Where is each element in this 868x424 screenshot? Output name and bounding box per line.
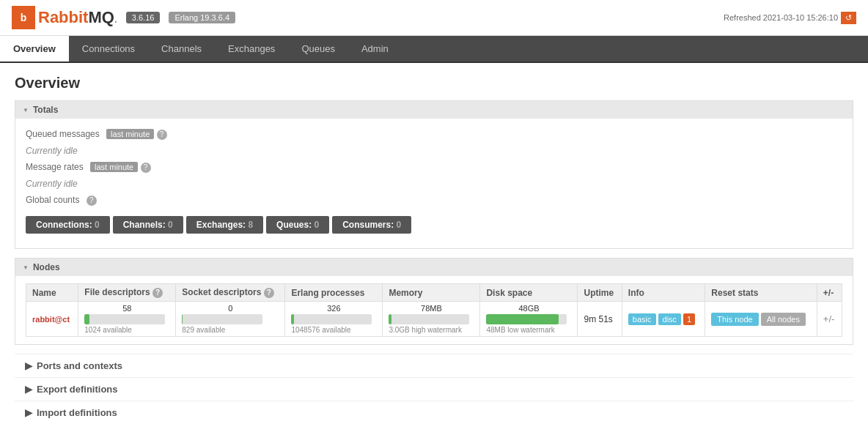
totals-label: Totals: [33, 105, 58, 115]
queued-help[interactable]: ?: [157, 130, 167, 140]
ports-section-header[interactable]: ▶ Ports and contexts: [15, 354, 853, 377]
disk-bar: [486, 314, 567, 324]
refresh-info: Refreshed 2021-03-10 15:26:10 ↺: [724, 12, 856, 24]
nodes-table-body: rabbit@ct 58 1024 available: [26, 302, 842, 337]
message-rates-row: Message rates last minute ?: [26, 159, 842, 176]
import-section-header[interactable]: ▶ Import definitions: [15, 401, 853, 424]
th-plusminus: +/-: [817, 284, 842, 302]
file-desc-container: 58 1024 available: [84, 304, 169, 334]
rates-help[interactable]: ?: [141, 163, 151, 173]
totals-content: Queued messages last minute ? Currently …: [15, 119, 853, 248]
top-bar: b RabbitMQ. 3.6.16 Erlang 19.3.6.4 Refre…: [0, 0, 868, 36]
th-uptime: Uptime: [578, 284, 622, 302]
file-desc-fill: [84, 314, 89, 324]
socket-desc-bar: [182, 314, 262, 324]
rates-tag[interactable]: last minute: [90, 162, 138, 172]
logo-icon: b: [12, 6, 35, 29]
all-nodes-button[interactable]: All nodes: [761, 313, 806, 326]
disk-container: 48GB 48MB low watermark: [486, 304, 571, 334]
nav-overview[interactable]: Overview: [0, 36, 69, 62]
main-nav: Overview Connections Channels Exchanges …: [0, 36, 868, 63]
nav-channels[interactable]: Channels: [148, 36, 215, 62]
memory-bar: [389, 314, 469, 324]
exchanges-count: Exchanges: 8: [186, 216, 263, 234]
erlang-proc-fill: [291, 314, 293, 324]
badge-basic: basic: [628, 313, 656, 325]
socket-desc-help[interactable]: ?: [264, 288, 274, 298]
this-node-button[interactable]: This node: [711, 313, 758, 326]
queued-label: Queued messages: [26, 129, 100, 139]
export-section-header[interactable]: ▶ Export definitions: [15, 377, 853, 401]
th-file-desc: File descriptors ?: [78, 284, 176, 302]
refresh-button[interactable]: ↺: [841, 12, 856, 24]
main-content: Overview ▼ Totals Queued messages last m…: [0, 63, 868, 424]
version-badge: 3.6.16: [126, 12, 161, 23]
node-name: rabbit@ct: [26, 302, 78, 337]
socket-desc-fill: [182, 314, 183, 324]
global-counts-row: Global counts ?: [26, 192, 842, 209]
th-memory: Memory: [383, 284, 480, 302]
page-title: Overview: [15, 75, 853, 92]
node-info: basic disc 1: [622, 302, 705, 337]
nav-connections[interactable]: Connections: [69, 36, 148, 62]
refresh-text: Refreshed 2021-03-10 15:26:10: [724, 13, 838, 22]
disk-fill: [486, 314, 559, 324]
nodes-label: Nodes: [33, 262, 60, 272]
logo-text: RabbitMQ.: [38, 8, 117, 27]
global-help[interactable]: ?: [87, 196, 97, 206]
idle2-row: Currently idle: [26, 176, 842, 192]
export-triangle: ▶: [25, 384, 32, 395]
node-reset: This node All nodes: [705, 302, 817, 337]
memory-fill: [389, 314, 391, 324]
reset-buttons: This node All nodes: [711, 313, 810, 326]
nodes-header[interactable]: ▼ Nodes: [15, 259, 853, 276]
import-label: Import definitions: [37, 407, 117, 418]
rates-label: Message rates: [26, 162, 84, 172]
th-info: Info: [622, 284, 705, 302]
th-name: Name: [26, 284, 78, 302]
idle1-text: Currently idle: [26, 146, 78, 156]
channels-count: Channels: 0: [113, 216, 183, 234]
node-socket-desc: 0 829 available: [176, 302, 285, 337]
node-erlang-proc: 326 1048576 available: [285, 302, 383, 337]
th-erlang-proc: Erlang processes: [285, 284, 383, 302]
queued-messages-row: Queued messages last minute ?: [26, 126, 842, 143]
nav-exchanges[interactable]: Exchanges: [215, 36, 288, 62]
th-socket-desc: Socket descriptors ?: [176, 284, 285, 302]
erlang-proc-bar: [291, 314, 372, 324]
node-plusminus: +/-: [817, 302, 842, 337]
nodes-content: Name File descriptors ? Socket descripto…: [15, 276, 853, 344]
erlang-proc-container: 326 1048576 available: [291, 304, 376, 334]
counts-row: Connections: 0 Channels: 0 Exchanges: 8 …: [26, 216, 842, 234]
badge-num: 1: [683, 313, 695, 325]
totals-header[interactable]: ▼ Totals: [15, 101, 853, 119]
th-disk: Disk space: [480, 284, 578, 302]
node-disk: 48GB 48MB low watermark: [480, 302, 578, 337]
memory-container: 78MB 3.0GB high watermark: [389, 304, 474, 334]
file-desc-bar: [84, 314, 165, 324]
table-row: rabbit@ct 58 1024 available: [26, 302, 842, 337]
queued-tag[interactable]: last minute: [106, 129, 154, 139]
queues-count: Queues: 0: [266, 216, 329, 234]
export-label: Export definitions: [37, 384, 118, 395]
file-desc-help[interactable]: ?: [152, 288, 163, 298]
node-memory: 78MB 3.0GB high watermark: [383, 302, 480, 337]
nodes-triangle: ▼: [23, 264, 29, 271]
nav-queues[interactable]: Queues: [288, 36, 348, 62]
connections-count: Connections: 0: [26, 216, 110, 234]
ports-triangle: ▶: [25, 360, 32, 371]
socket-desc-container: 0 829 available: [182, 304, 279, 334]
totals-triangle: ▼: [23, 107, 29, 114]
nav-admin[interactable]: Admin: [348, 36, 402, 62]
plusminus-icon[interactable]: +/-: [823, 313, 835, 324]
node-uptime: 9m 51s: [578, 302, 622, 337]
erlang-badge: Erlang 19.3.6.4: [169, 12, 235, 23]
nodes-section: ▼ Nodes Name File descriptors ? Socket d…: [15, 258, 853, 345]
global-label: Global counts: [26, 195, 79, 205]
logo-area: b RabbitMQ. 3.6.16 Erlang 19.3.6.4: [12, 6, 235, 29]
ports-label: Ports and contexts: [37, 360, 122, 371]
import-triangle: ▶: [25, 407, 32, 418]
idle1-row: Currently idle: [26, 143, 842, 159]
logo: b RabbitMQ.: [12, 6, 117, 29]
info-badges: basic disc 1: [628, 313, 699, 325]
